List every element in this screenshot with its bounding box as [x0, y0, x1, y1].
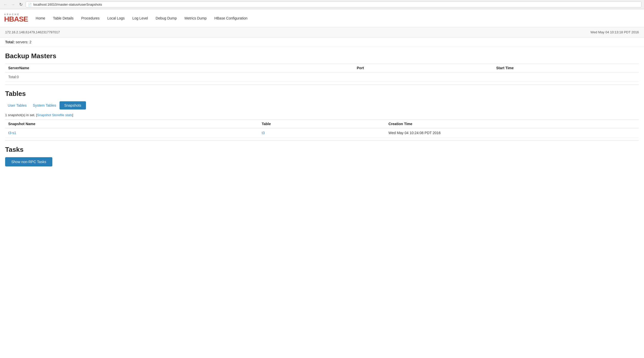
backup-masters-title: Backup Masters — [5, 52, 639, 60]
col-snapshot-creation: Creation Time — [385, 120, 639, 128]
server-id: 172.16.2.148,61479,1462317797017 — [5, 30, 60, 34]
nav-link-log-level[interactable]: Log Level — [132, 16, 148, 20]
address-bar: 📄 localhost:16010/master-status#userSnap… — [26, 2, 641, 7]
tables-title: Tables — [5, 90, 639, 98]
forward-button[interactable]: → — [10, 2, 16, 7]
browser-chrome: ← → ↻ 📄 localhost:16010/master-status#us… — [0, 0, 644, 9]
show-non-rpc-button[interactable]: Show non-RPC Tasks — [5, 157, 52, 166]
backup-masters-table: ServerName Port Start Time Total:0 — [5, 64, 639, 82]
backup-masters-total: Total:0 — [5, 72, 639, 82]
tables-section: Tables User Tables System Tables Snapsho… — [0, 85, 644, 140]
address-text[interactable]: localhost:16010/master-status#userSnapsh… — [33, 3, 102, 6]
logo-hbase-text: HBASE — [4, 16, 28, 23]
nav-link-local-logs[interactable]: Local Logs — [107, 16, 125, 20]
tables-tab-container: User Tables System Tables Snapshots — [5, 101, 639, 110]
backup-masters-section: Backup Masters ServerName Port Start Tim… — [0, 47, 644, 84]
snapshot-table-link[interactable]: t3 — [262, 131, 265, 135]
col-snapshot-table: Table — [259, 120, 385, 128]
nav-link-debug-dump[interactable]: Debug Dump — [156, 16, 177, 20]
nav-links: HomeTable DetailsProceduresLocal LogsLog… — [36, 16, 248, 20]
total-label: Total: — [5, 40, 15, 44]
refresh-button[interactable]: ↻ — [18, 2, 24, 7]
col-start-time: Start Time — [493, 64, 639, 72]
table-row: t3-s1t3Wed May 04 10:24:08 PDT 2016 — [5, 128, 639, 138]
back-button[interactable]: ← — [3, 2, 8, 7]
nav-link-procedures[interactable]: Procedures — [81, 16, 100, 20]
snapshot-count-suffix: ] — [72, 113, 73, 117]
nav-link-table-details[interactable]: Table Details — [53, 16, 73, 20]
nav-link-metrics-dump[interactable]: Metrics Dump — [184, 16, 207, 20]
tasks-title: Tasks — [5, 146, 639, 154]
col-snapshot-name: Snapshot Name — [5, 120, 259, 128]
hbase-nav: APACHE HBASE HomeTable DetailsProcedures… — [0, 9, 644, 27]
snapshot-name-link[interactable]: t3-s1 — [8, 131, 16, 135]
snapshots-header-row: Snapshot Name Table Creation Time — [5, 120, 639, 128]
hbase-logo: APACHE HBASE — [4, 13, 28, 23]
col-port: Port — [354, 64, 493, 72]
col-servername: ServerName — [5, 64, 354, 72]
tab-snapshots[interactable]: Snapshots — [60, 101, 86, 110]
tab-system-tables[interactable]: System Tables — [30, 102, 59, 109]
total-value: servers: 2 — [16, 40, 31, 44]
total-line: Total: servers: 2 — [0, 37, 644, 47]
snapshots-table: Snapshot Name Table Creation Time t3-s1t… — [5, 120, 639, 138]
tab-user-tables[interactable]: User Tables — [5, 102, 29, 109]
main-content: 172.16.2.148,61479,1462317797017 Wed May… — [0, 27, 644, 172]
snapshot-info: 1 snapshot(s) in set. [Snapshot Storefil… — [5, 113, 639, 117]
nav-link-home[interactable]: Home — [36, 16, 45, 20]
info-bar: 172.16.2.148,61479,1462317797017 Wed May… — [0, 27, 644, 37]
nav-link-hbase-configuration[interactable]: HBase Configuration — [214, 16, 247, 20]
backup-masters-total-row: Total:0 — [5, 72, 639, 82]
snapshot-storefile-stats-link[interactable]: Snapshot Storefile stats — [37, 113, 72, 117]
backup-masters-header-row: ServerName Port Start Time — [5, 64, 639, 72]
timestamp: Wed May 04 10:13:18 PDT 2016 — [590, 30, 639, 34]
snapshot-creation-time: Wed May 04 10:24:08 PDT 2016 — [385, 128, 639, 138]
tasks-section: Tasks Show non-RPC Tasks — [0, 141, 644, 172]
page-icon: 📄 — [28, 3, 32, 6]
snapshot-count-text: 1 snapshot(s) in set. [ — [5, 113, 37, 117]
